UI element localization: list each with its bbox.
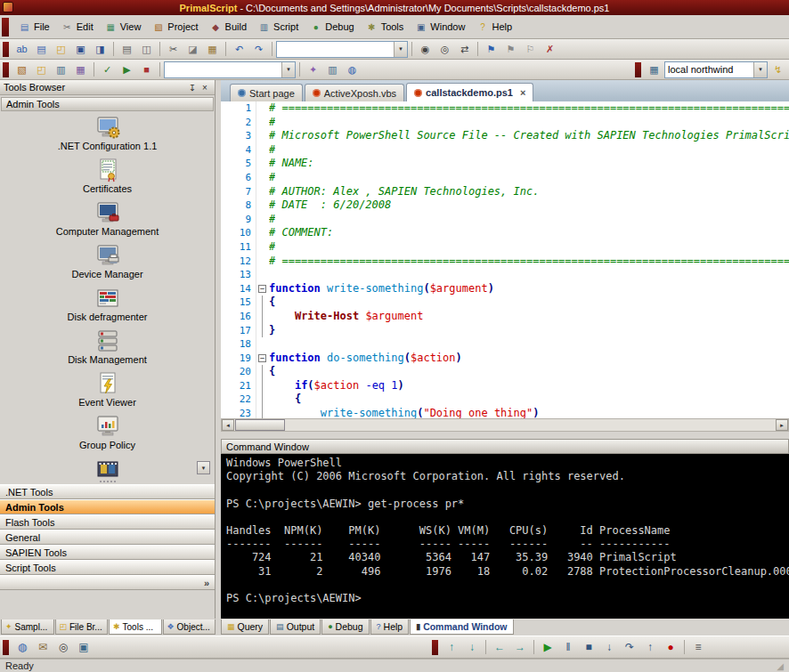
find-in-files-icon[interactable]: ⇄ bbox=[455, 41, 474, 58]
code-line[interactable]: 18 bbox=[221, 337, 789, 352]
step-into-icon[interactable]: ↓ bbox=[599, 638, 619, 656]
save-icon[interactable]: ▣ bbox=[71, 41, 90, 58]
menu-tools[interactable]: ✱Tools bbox=[361, 19, 410, 35]
toolbar-grip[interactable] bbox=[3, 42, 9, 57]
editor-tab-activexposh-vbs[interactable]: ActiveXposh.vbs bbox=[305, 84, 404, 101]
code-line[interactable]: 19−function do-something($action) bbox=[221, 352, 789, 366]
add-file-icon[interactable]: ▥ bbox=[52, 61, 70, 78]
clear-bookmarks-icon[interactable]: ✗ bbox=[541, 41, 559, 58]
menu-help[interactable]: ?Help bbox=[471, 19, 517, 35]
menu-file[interactable]: ▤File bbox=[13, 19, 55, 35]
code-line[interactable]: 23 write-something("Doing one thing") bbox=[221, 407, 789, 418]
code-line[interactable]: 11# bbox=[221, 240, 789, 255]
menu-script[interactable]: ▥Script bbox=[253, 19, 304, 35]
code-line[interactable]: 4# bbox=[221, 143, 789, 158]
code-line[interactable]: 1# =====================================… bbox=[221, 101, 789, 116]
next-bookmark-icon[interactable]: ⚑ bbox=[501, 41, 520, 58]
undo-icon[interactable]: ↶ bbox=[230, 41, 248, 58]
section-admin-tools[interactable]: Admin Tools bbox=[0, 499, 215, 514]
script-combo[interactable]: ▼ bbox=[164, 61, 296, 78]
code-line[interactable]: 8# DATE : 6/20/2008 bbox=[221, 198, 789, 213]
nav-forward-icon[interactable]: → bbox=[510, 638, 530, 656]
toolbar-grip[interactable] bbox=[635, 62, 641, 77]
panel-tab-debug[interactable]: ●Debug bbox=[321, 619, 369, 635]
snippet-icon[interactable]: ▥ bbox=[323, 61, 342, 78]
panel-tab-output[interactable]: ▤Output bbox=[270, 619, 321, 635]
step-out-icon[interactable]: ↑ bbox=[640, 638, 660, 656]
fold-collapse-icon[interactable]: − bbox=[258, 354, 266, 362]
previous-error-icon[interactable]: ↑ bbox=[442, 638, 461, 656]
sidebar-tab-sampl[interactable]: ✦Sampl... bbox=[1, 619, 54, 635]
fold-collapse-icon[interactable]: − bbox=[258, 285, 266, 293]
panel-splitter-handle[interactable] bbox=[0, 478, 215, 484]
properties-icon[interactable]: ▣ bbox=[74, 638, 94, 656]
toolbar-grip[interactable] bbox=[432, 640, 438, 655]
search-icon[interactable]: ◎ bbox=[53, 638, 73, 656]
tool-item-disk-management[interactable]: Disk Management bbox=[0, 328, 215, 371]
panel-tab-command-window[interactable]: ▮Command Window bbox=[410, 619, 513, 635]
tool-item-disk-defragmenter[interactable]: Disk defragmenter bbox=[0, 286, 215, 328]
editor-tab-callstackdemo-ps1[interactable]: callstackdemo.ps1× bbox=[406, 83, 533, 101]
scroll-down-button[interactable]: ▼ bbox=[197, 461, 210, 474]
sidebar-tab-object[interactable]: ❖Object... bbox=[163, 619, 216, 635]
powershell-console[interactable]: Windows PowerShellCopyright (C) 2006 Mic… bbox=[221, 454, 789, 619]
redo-icon[interactable]: ↷ bbox=[249, 41, 268, 58]
run-query-icon[interactable]: ↯ bbox=[769, 61, 787, 78]
close-panel-icon[interactable]: × bbox=[199, 83, 211, 93]
sidebar-tab-tools[interactable]: ✱Tools ... bbox=[109, 619, 162, 635]
tool-item-event-viewer[interactable]: Event Viewer bbox=[0, 371, 215, 414]
call-stack-icon[interactable]: ≡ bbox=[688, 638, 708, 656]
panel-splitter[interactable] bbox=[221, 432, 789, 439]
code-line[interactable]: 22 { bbox=[221, 393, 789, 407]
database-combo[interactable]: local northwind▼ bbox=[664, 61, 768, 78]
code-line[interactable]: 10# COMMENT: bbox=[221, 226, 789, 240]
prev-bookmark-icon[interactable]: ⚐ bbox=[521, 41, 540, 58]
scroll-left-icon[interactable]: ◄ bbox=[222, 419, 234, 431]
scroll-right-icon[interactable]: ► bbox=[776, 419, 788, 431]
section-script-tools[interactable]: Script Tools bbox=[0, 560, 215, 575]
debug-run-icon[interactable]: ▶ bbox=[538, 638, 557, 656]
sections-overflow-chevron-icon[interactable]: » bbox=[0, 575, 215, 590]
code-line[interactable]: 12# ====================================… bbox=[221, 255, 789, 269]
open-project-icon[interactable]: ◰ bbox=[32, 61, 51, 78]
tool-item-computer-management[interactable]: Computer Management bbox=[0, 200, 215, 243]
section-net-tools[interactable]: .NET Tools bbox=[0, 484, 215, 499]
find-next-icon[interactable]: ◎ bbox=[435, 41, 454, 58]
browse-icon[interactable]: ◍ bbox=[12, 638, 32, 656]
menu-edit[interactable]: ✂Edit bbox=[56, 19, 99, 35]
toggle-breakpoint-icon[interactable]: ● bbox=[661, 638, 680, 656]
tool-item-partial[interactable] bbox=[0, 457, 215, 478]
code-line[interactable]: 17} bbox=[221, 324, 789, 338]
copy-icon[interactable]: ◪ bbox=[183, 41, 202, 58]
code-line[interactable]: 9# bbox=[221, 213, 789, 227]
database-table-icon[interactable]: ▦ bbox=[645, 61, 663, 78]
combo-dropdown-arrow-icon[interactable]: ▼ bbox=[281, 62, 295, 77]
code-line[interactable]: 6# bbox=[221, 171, 789, 185]
resize-grip-icon[interactable]: ◢ bbox=[777, 661, 784, 671]
pin-icon[interactable]: ↧ bbox=[186, 83, 199, 93]
debug-stop-icon[interactable]: ■ bbox=[579, 638, 598, 656]
print-icon[interactable]: ▤ bbox=[118, 41, 136, 58]
scrollbar-thumb[interactable] bbox=[235, 419, 285, 431]
editor-horizontal-scrollbar[interactable]: ◄ ► bbox=[221, 418, 789, 432]
toolbar-grip[interactable] bbox=[3, 640, 9, 655]
code-line[interactable]: 21 if($action -eq 1) bbox=[221, 379, 789, 393]
code-line[interactable]: 13 bbox=[221, 268, 789, 282]
cut-icon[interactable]: ✂ bbox=[164, 41, 183, 58]
menu-project[interactable]: ▧Project bbox=[147, 19, 203, 35]
new-project-icon[interactable]: ▧ bbox=[12, 61, 31, 78]
menu-grip[interactable] bbox=[2, 18, 9, 36]
nav-back-icon[interactable]: ← bbox=[490, 638, 509, 656]
menu-window[interactable]: ▣Window bbox=[410, 19, 470, 35]
sidebar-tab-file-br[interactable]: ◰File Br... bbox=[55, 619, 109, 635]
editor-tab-start-page[interactable]: Start page bbox=[230, 84, 303, 101]
next-error-icon[interactable]: ↓ bbox=[462, 638, 482, 656]
close-tab-icon[interactable]: × bbox=[520, 87, 525, 98]
spell-check-icon[interactable]: ab bbox=[12, 41, 31, 58]
paste-icon[interactable]: ▦ bbox=[203, 41, 222, 58]
toggle-bookmark-icon[interactable]: ⚑ bbox=[482, 41, 500, 58]
panel-tab-query[interactable]: ▦Query bbox=[221, 619, 269, 635]
find-combo[interactable]: ▼ bbox=[276, 41, 408, 58]
package-icon[interactable]: ▦ bbox=[71, 61, 90, 78]
step-over-icon[interactable]: ↷ bbox=[620, 638, 639, 656]
